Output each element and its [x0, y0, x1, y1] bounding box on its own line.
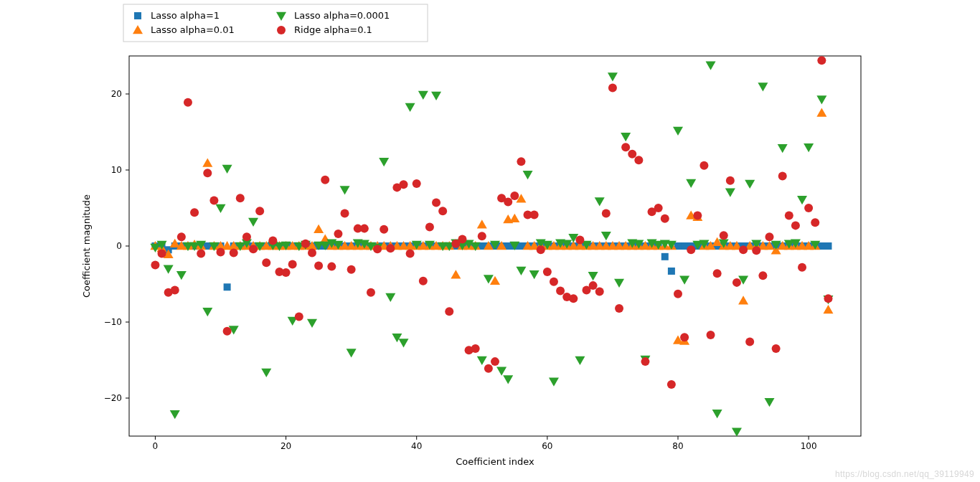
svg-point-165: [478, 232, 486, 240]
svg-point-132: [262, 258, 270, 267]
svg-point-122: [197, 250, 205, 258]
svg-point-162: [458, 235, 466, 243]
svg-point-183: [595, 288, 604, 296]
svg-point-182: [589, 281, 598, 290]
svg-point-170: [510, 192, 519, 200]
y-tick-label: −20: [104, 393, 122, 403]
svg-point-149: [373, 245, 382, 253]
svg-rect-219: [134, 12, 141, 19]
x-tick-label: 20: [281, 441, 291, 451]
svg-point-156: [419, 277, 428, 285]
svg-point-141: [321, 176, 329, 184]
x-tick-label: 40: [411, 441, 422, 451]
svg-point-204: [732, 278, 741, 287]
svg-rect-110: [824, 242, 831, 250]
svg-point-174: [537, 245, 545, 254]
svg-point-196: [680, 333, 689, 341]
y-tick-label: 0: [116, 241, 122, 251]
series-lasso-alpha-0-01: [150, 108, 833, 345]
svg-point-157: [425, 223, 434, 232]
svg-point-203: [726, 176, 735, 185]
svg-point-126: [223, 327, 232, 336]
svg-point-159: [438, 207, 447, 215]
svg-point-137: [295, 313, 303, 321]
svg-point-186: [615, 304, 623, 313]
svg-point-171: [517, 157, 525, 166]
svg-point-154: [406, 250, 415, 258]
svg-point-177: [556, 287, 565, 296]
svg-point-218: [824, 294, 832, 303]
svg-point-128: [236, 194, 245, 202]
svg-point-202: [720, 231, 728, 240]
svg-point-155: [413, 179, 421, 188]
svg-point-213: [791, 221, 800, 230]
y-tick-label: 20: [111, 89, 122, 99]
svg-point-167: [491, 357, 499, 366]
x-tick-label: 60: [542, 441, 552, 451]
svg-point-151: [386, 244, 395, 252]
svg-rect-114: [668, 268, 675, 275]
svg-point-197: [687, 245, 695, 254]
svg-point-125: [217, 247, 225, 256]
y-axis-label: Coefficient magnitude: [81, 194, 92, 298]
svg-point-195: [674, 290, 682, 298]
svg-point-215: [804, 204, 813, 212]
x-tick-label: 0: [153, 441, 159, 451]
svg-point-201: [713, 269, 722, 278]
svg-point-193: [661, 214, 669, 223]
svg-point-200: [707, 331, 715, 339]
svg-point-192: [654, 204, 663, 212]
svg-point-217: [817, 56, 826, 65]
svg-point-120: [184, 98, 192, 107]
svg-point-135: [282, 268, 291, 277]
svg-point-220: [277, 26, 286, 34]
legend-label: Ridge alpha=0.1: [294, 24, 372, 35]
y-tick-label: −10: [104, 317, 122, 327]
svg-point-139: [308, 249, 316, 257]
y-tick-label: 10: [111, 165, 122, 175]
svg-point-144: [341, 209, 349, 217]
legend-label: Lasso alpha=1: [151, 10, 220, 21]
svg-rect-112: [224, 283, 231, 290]
svg-point-205: [739, 245, 748, 254]
legend-label: Lasso alpha=0.01: [151, 24, 235, 35]
chart-container: 020406080100−20−1001020Coefficient index…: [0, 0, 980, 482]
x-axis-label: Coefficient index: [456, 456, 534, 467]
svg-point-140: [314, 262, 323, 270]
svg-point-184: [602, 209, 611, 217]
svg-point-142: [327, 263, 336, 271]
legend-label: Lasso alpha=0.0001: [294, 10, 390, 21]
svg-point-212: [785, 212, 793, 220]
svg-point-116: [158, 250, 166, 258]
svg-point-150: [380, 225, 388, 234]
svg-point-199: [699, 161, 708, 170]
svg-point-187: [621, 143, 630, 151]
svg-point-115: [151, 261, 159, 270]
svg-point-208: [758, 271, 767, 280]
svg-point-194: [667, 380, 676, 389]
scatter-chart: 020406080100−20−1001020Coefficient index…: [0, 0, 980, 482]
svg-point-188: [628, 150, 636, 159]
svg-point-158: [432, 199, 440, 207]
svg-point-211: [778, 171, 787, 180]
svg-point-147: [360, 225, 369, 233]
svg-point-179: [569, 294, 578, 303]
svg-point-169: [504, 198, 512, 207]
svg-point-121: [190, 208, 199, 217]
svg-point-209: [765, 232, 774, 241]
svg-point-207: [752, 246, 760, 255]
svg-point-206: [745, 338, 754, 346]
svg-point-214: [798, 263, 806, 272]
svg-point-180: [575, 236, 584, 245]
svg-point-160: [445, 307, 453, 316]
svg-point-124: [209, 196, 218, 204]
svg-point-190: [641, 357, 649, 366]
watermark-text: https://blog.csdn.net/qq_39119949: [835, 469, 974, 479]
svg-point-216: [811, 218, 819, 227]
svg-point-175: [543, 268, 552, 276]
svg-point-131: [255, 207, 264, 215]
svg-point-145: [347, 265, 356, 274]
svg-point-153: [400, 180, 408, 189]
svg-point-176: [550, 278, 558, 286]
svg-point-118: [171, 285, 179, 294]
